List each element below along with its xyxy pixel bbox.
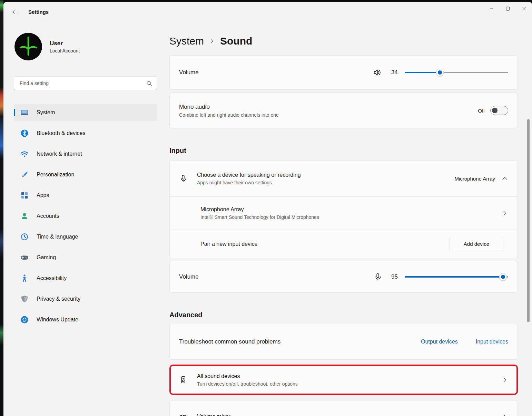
chevron-right-icon	[501, 210, 508, 217]
all-sound-devices-subtitle: Turn devices on/off, troubleshoot, other…	[197, 381, 501, 387]
sidebar-item-time-language[interactable]: Time & language	[14, 229, 157, 245]
search-icon	[146, 80, 152, 87]
sidebar-item-label: Apps	[37, 192, 49, 199]
choose-input-device-subtitle: Apps might have their own settings	[197, 180, 454, 185]
sidebar-item-system[interactable]: System	[14, 104, 157, 121]
advanced-section-header: Advanced	[169, 310, 518, 320]
volume-mixer-card[interactable]: Volume mixer	[169, 400, 518, 416]
breadcrumb-system[interactable]: System	[169, 35, 204, 47]
microphone-array-row[interactable]: Microphone Array Intel® Smart Sound Tech…	[170, 196, 518, 230]
mixer-sliders-icon	[179, 413, 187, 416]
search-input[interactable]	[19, 80, 146, 86]
user-avatar	[14, 33, 42, 60]
output-volume-value: 34	[388, 69, 398, 76]
maximize-button[interactable]	[500, 2, 516, 15]
all-sound-devices-title: All sound devices	[197, 373, 501, 379]
choose-input-device-row[interactable]: Choose a device for speaking or recordin…	[170, 161, 518, 196]
back-button[interactable]	[8, 6, 21, 17]
breadcrumb-chevron-icon	[209, 39, 215, 44]
slider-track[interactable]	[405, 72, 508, 73]
slider-fill	[405, 276, 503, 278]
pair-input-device-row: Pair a new input device Add device	[170, 230, 518, 258]
shield-icon	[20, 294, 29, 303]
mono-audio-subtitle: Combine left and right audio channels in…	[179, 112, 478, 118]
sidebar-item-bluetooth-devices[interactable]: Bluetooth & devices	[14, 125, 157, 142]
all-sound-devices-card[interactable]: All sound devices Turn devices on/off, t…	[169, 365, 518, 395]
slider-track[interactable]	[405, 276, 508, 278]
input-device-group: Choose a device for speaking or recordin…	[169, 160, 518, 258]
sidebar-item-label: Network & internet	[37, 151, 82, 157]
slider-handle[interactable]	[436, 69, 444, 76]
sidebar-item-label: Privacy & security	[37, 296, 80, 302]
sidebar-item-label: Gaming	[37, 254, 56, 261]
update-arrows-icon	[20, 315, 29, 324]
sidebar: User Local Account System	[3, 21, 154, 416]
input-section-header: Input	[169, 146, 518, 155]
input-volume-label: Volume	[179, 273, 374, 280]
apps-grid-icon	[20, 191, 29, 200]
clock-icon	[20, 232, 29, 241]
caption-buttons	[483, 2, 532, 15]
input-devices-link[interactable]: Input devices	[476, 339, 508, 345]
sidebar-item-label: Time & language	[37, 234, 78, 240]
account-type: Local Account	[50, 48, 80, 54]
sidebar-item-label: Accounts	[37, 213, 59, 219]
titlebar: Settings	[3, 2, 532, 21]
chevron-right-icon	[501, 413, 508, 416]
paintbrush-icon	[20, 170, 29, 179]
troubleshoot-card: Troubleshoot common sound problems Outpu…	[169, 324, 518, 360]
sidebar-item-network-internet[interactable]: Network & internet	[14, 146, 157, 162]
sidebar-item-privacy-security[interactable]: Privacy & security	[14, 291, 157, 307]
sidebar-item-personalization[interactable]: Personalization	[14, 166, 157, 183]
user-name: User	[50, 40, 80, 48]
sidebar-item-label: Windows Update	[37, 317, 78, 323]
mono-audio-state: Off	[478, 108, 485, 114]
mono-audio-toggle[interactable]	[490, 106, 508, 115]
breadcrumb: System Sound	[169, 33, 518, 49]
slider-handle[interactable]	[499, 273, 507, 281]
minimize-icon	[489, 6, 495, 12]
main-content: System Sound Volume 34	[154, 21, 532, 416]
sidebar-item-label: System	[37, 109, 55, 116]
microphone-array-subtitle: Intel® Smart Sound Technology for Digita…	[200, 214, 501, 220]
microphone-icon	[179, 174, 187, 183]
close-button[interactable]	[516, 2, 532, 15]
choose-input-device-title: Choose a device for speaking or recordin…	[197, 172, 454, 178]
settings-window: Settings	[3, 2, 532, 416]
person-icon	[20, 212, 29, 221]
search-box[interactable]	[14, 76, 157, 90]
account-header[interactable]: User Local Account	[14, 33, 154, 60]
sidebar-item-gaming[interactable]: Gaming	[14, 249, 157, 266]
selected-input-device: Microphone Array	[454, 176, 495, 182]
input-volume-value: 95	[388, 273, 398, 280]
close-icon	[521, 6, 527, 12]
sidebar-item-apps[interactable]: Apps	[14, 187, 157, 204]
pair-input-device-label: Pair a new input device	[200, 241, 450, 247]
sidebar-item-label: Bluetooth & devices	[37, 130, 85, 136]
add-device-button[interactable]: Add device	[450, 237, 503, 251]
sidebar-item-windows-update[interactable]: Windows Update	[14, 311, 157, 328]
sidebar-item-accessibility[interactable]: Accessibility	[14, 270, 157, 287]
back-arrow-icon	[12, 9, 18, 15]
output-devices-link[interactable]: Output devices	[421, 339, 458, 345]
input-volume-card: Volume 95	[169, 261, 518, 293]
microphone-icon	[374, 273, 382, 281]
troubleshoot-title: Troubleshoot common sound problems	[179, 338, 421, 345]
speaker-icon	[373, 68, 382, 77]
minimize-button[interactable]	[483, 2, 500, 15]
sidebar-item-label: Accessibility	[37, 275, 67, 281]
volume-mixer-title: Volume mixer	[197, 414, 501, 416]
mono-audio-title: Mono audio	[179, 104, 478, 110]
sidebar-item-accounts[interactable]: Accounts	[14, 208, 157, 224]
chevron-up-icon[interactable]	[501, 175, 508, 182]
output-volume-slider[interactable]	[405, 68, 508, 77]
desktop-edge	[0, 0, 3, 416]
sidebar-nav: System Bluetooth & devices Network & int…	[14, 104, 154, 328]
input-volume-slider[interactable]	[405, 272, 508, 282]
toggle-knob	[492, 108, 497, 113]
vertical-scrollbar-thumb[interactable]	[527, 119, 530, 322]
game-controller-icon	[20, 253, 29, 262]
microphone-array-title: Microphone Array	[200, 206, 501, 213]
system-icon	[20, 108, 29, 117]
slider-fill	[405, 72, 440, 73]
